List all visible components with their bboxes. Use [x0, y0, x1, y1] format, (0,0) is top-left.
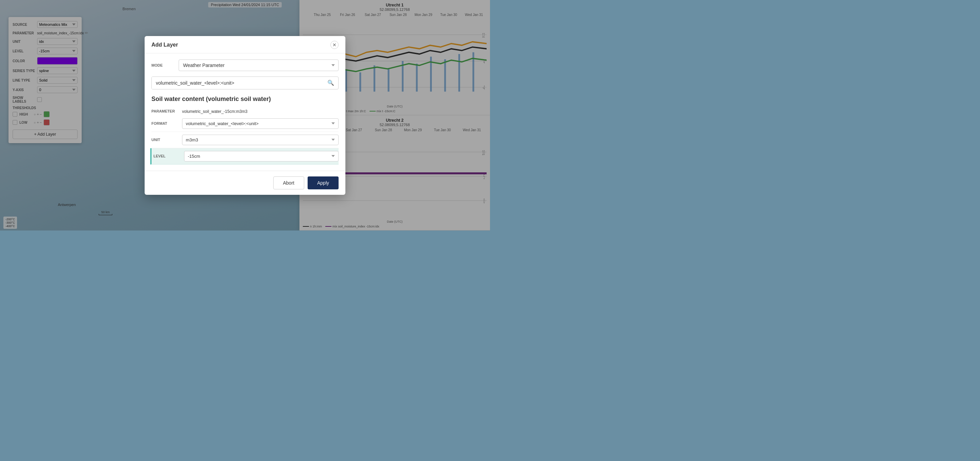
- level-form-content: -15cm -30cm -60cm -90cm: [184, 151, 339, 162]
- dialog-body: MODE Weather Parameter Observation Model…: [145, 53, 345, 171]
- abort-button[interactable]: Abort: [273, 176, 304, 189]
- add-layer-dialog: Add Layer ✕ MODE Weather Parameter Obser…: [145, 36, 345, 195]
- unit-form-label: UNIT: [151, 138, 182, 142]
- parameter-info-table: PARAMETER volumetric_soil_water_-15cm:m3…: [151, 108, 339, 116]
- format-row: FORMAT volumetric_soil_water_<level>:<un…: [151, 116, 339, 132]
- search-input[interactable]: [152, 77, 323, 89]
- search-button[interactable]: 🔍: [323, 77, 338, 89]
- unit-form-content: m3m3 percent cm3cm3: [182, 135, 339, 145]
- level-form-row: LEVEL -15cm -30cm -60cm -90cm: [150, 148, 339, 165]
- dialog-title: Add Layer: [151, 42, 178, 48]
- dialog-footer: Abort Apply: [145, 171, 345, 195]
- result-section-title: Soil water content (volumetric soil wate…: [151, 95, 339, 103]
- format-row-label: FORMAT: [151, 121, 182, 125]
- mode-field-row: MODE Weather Parameter Observation Model: [151, 60, 339, 71]
- apply-button[interactable]: Apply: [308, 176, 339, 189]
- unit-form-select[interactable]: m3m3 percent cm3cm3: [182, 135, 339, 145]
- level-form-label: LEVEL: [153, 154, 184, 158]
- dialog-close-button[interactable]: ✕: [331, 41, 339, 49]
- format-select[interactable]: volumetric_soil_water_<level>:<unit>: [182, 118, 339, 129]
- dialog-overlay: Add Layer ✕ MODE Weather Parameter Obser…: [0, 0, 490, 230]
- mode-select[interactable]: Weather Parameter Observation Model: [179, 60, 339, 71]
- level-form-select[interactable]: -15cm -30cm -60cm -90cm: [184, 151, 339, 162]
- unit-form-row: UNIT m3m3 percent cm3cm3: [151, 132, 339, 148]
- mode-label: MODE: [151, 63, 179, 67]
- search-box: 🔍: [151, 76, 339, 89]
- dialog-header: Add Layer ✕: [145, 36, 345, 53]
- param-info-label: PARAMETER: [151, 108, 182, 116]
- param-info-row: PARAMETER volumetric_soil_water_-15cm:m3…: [151, 108, 339, 116]
- param-info-value: volumetric_soil_water_-15cm:m3m3: [182, 108, 339, 116]
- format-row-content: volumetric_soil_water_<level>:<unit>: [182, 118, 339, 129]
